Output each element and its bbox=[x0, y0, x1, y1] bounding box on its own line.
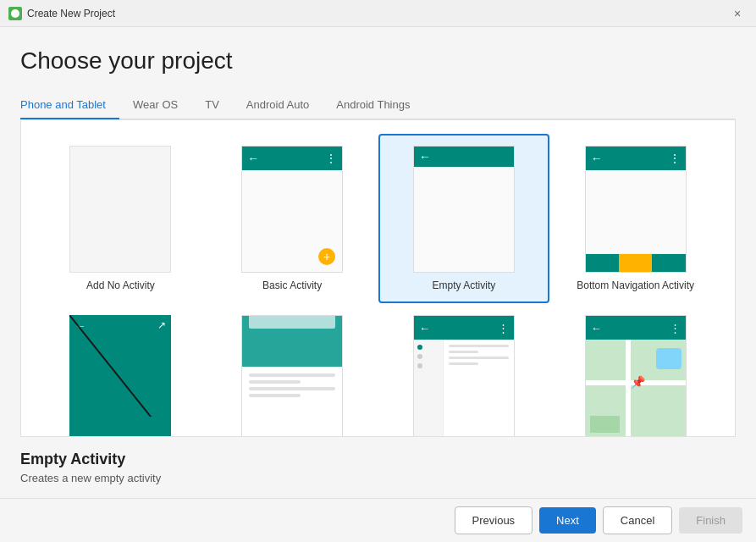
back-arrow-icon2: ← bbox=[419, 150, 431, 163]
empty-activity-thumbnail: ← bbox=[413, 146, 515, 273]
map-water bbox=[656, 348, 682, 369]
bottom-nav-label: Bottom Navigation Activity bbox=[577, 279, 694, 291]
settings-line-3 bbox=[449, 357, 509, 359]
settings-body-area bbox=[414, 340, 514, 437]
bottom-nav-bar bbox=[586, 253, 686, 272]
page-title: Choose your project bbox=[20, 47, 736, 75]
app-icon bbox=[8, 7, 22, 20]
line-1 bbox=[249, 373, 335, 377]
previous-button[interactable]: Previous bbox=[455, 506, 533, 534]
scrolling-lines-area bbox=[242, 367, 342, 407]
activity-settings[interactable]: ← ⋮ Settings Ac bbox=[378, 303, 550, 437]
next-button[interactable]: Next bbox=[539, 507, 596, 534]
sidebar-dot-1 bbox=[417, 345, 422, 350]
svg-line-1 bbox=[69, 315, 171, 417]
map-park bbox=[590, 416, 620, 433]
menu-icon2: ⋮ bbox=[669, 152, 681, 165]
selected-activity-title: Empty Activity bbox=[20, 451, 736, 468]
map-pin-icon: 📌 bbox=[631, 375, 645, 389]
fullscreen-thumbnail: ← ↗ bbox=[69, 315, 171, 437]
activity-grid: Add No Activity ← ⋮ + Basic Activity ← bbox=[20, 119, 736, 437]
sidebar-dot-2 bbox=[417, 354, 422, 359]
activity-maps[interactable]: ← ⋮ 📌 Maps Activity bbox=[549, 303, 721, 437]
empty-activity-body bbox=[414, 167, 514, 272]
tab-android-things[interactable]: Android Things bbox=[323, 91, 423, 119]
settings-menu-icon: ⋮ bbox=[498, 322, 509, 335]
settings-header-bar: ← ⋮ bbox=[414, 316, 514, 340]
activity-basic-activity[interactable]: ← ⋮ + Basic Activity bbox=[207, 134, 378, 303]
no-activity-label: Add No Activity bbox=[86, 279, 155, 291]
tab-android-auto[interactable]: Android Auto bbox=[233, 91, 323, 119]
cancel-button[interactable]: Cancel bbox=[603, 506, 672, 534]
empty-activity-label: Empty Activity bbox=[433, 279, 496, 291]
footer: Previous Next Cancel Finish bbox=[0, 498, 756, 542]
svg-point-0 bbox=[11, 9, 19, 18]
tab-wear-os[interactable]: Wear OS bbox=[119, 91, 191, 119]
close-button[interactable]: × bbox=[727, 3, 748, 24]
bottom-nav-item-3 bbox=[652, 254, 685, 272]
diagonal-svg bbox=[69, 315, 171, 417]
map-thumbnail: ← ⋮ 📌 bbox=[585, 315, 687, 437]
map-header-bar: ← ⋮ bbox=[586, 316, 686, 340]
main-content: Choose your project Phone and Tablet Wea… bbox=[0, 27, 756, 437]
settings-sidebar bbox=[414, 340, 444, 437]
back-arrow-icon: ← bbox=[247, 152, 259, 165]
bottom-nav-item-1 bbox=[586, 254, 619, 272]
activity-no-activity[interactable]: Add No Activity bbox=[35, 134, 207, 303]
sidebar-dot-3 bbox=[417, 363, 422, 368]
basic-activity-thumbnail: ← ⋮ + bbox=[241, 146, 343, 273]
title-bar-text: Create New Project bbox=[27, 8, 727, 19]
map-body-area: 📌 bbox=[586, 340, 686, 437]
info-panel: Empty Activity Creates a new empty activ… bbox=[0, 437, 756, 498]
scrolling-thumbnail bbox=[241, 315, 343, 437]
settings-back-icon: ← bbox=[419, 322, 430, 335]
title-bar: Create New Project × bbox=[0, 0, 756, 27]
no-activity-thumbnail bbox=[69, 146, 171, 273]
settings-main-area bbox=[444, 340, 514, 437]
scrolling-card bbox=[249, 315, 335, 329]
back-arrow-icon3: ← bbox=[591, 152, 603, 165]
activity-scrolling[interactable]: Scrolling Activity bbox=[207, 303, 378, 437]
settings-line-4 bbox=[449, 362, 479, 365]
settings-thumbnail: ← ⋮ bbox=[413, 315, 515, 437]
finish-button: Finish bbox=[679, 507, 742, 534]
activity-empty-activity[interactable]: ← Empty Activity bbox=[378, 134, 550, 303]
settings-line-1 bbox=[449, 345, 509, 347]
activity-fullscreen[interactable]: ← ↗ Fullscreen Activity bbox=[35, 303, 207, 437]
line-2 bbox=[249, 380, 301, 384]
bottom-nav-thumbnail: ← ⋮ bbox=[585, 146, 687, 273]
line-4 bbox=[249, 394, 301, 397]
basic-activity-label: Basic Activity bbox=[262, 279, 322, 291]
settings-line-2 bbox=[449, 351, 479, 353]
tab-phone-tablet[interactable]: Phone and Tablet bbox=[20, 91, 119, 119]
map-menu-icon: ⋮ bbox=[670, 322, 681, 335]
line-3 bbox=[249, 387, 335, 390]
menu-icon: ⋮ bbox=[325, 152, 337, 165]
bottom-nav-item-2 bbox=[619, 254, 652, 272]
tabs-container: Phone and Tablet Wear OS TV Android Auto… bbox=[20, 91, 736, 119]
map-back-icon: ← bbox=[591, 322, 602, 335]
tab-tv[interactable]: TV bbox=[191, 91, 233, 119]
activity-bottom-nav[interactable]: ← ⋮ Bottom Navigation Activity bbox=[549, 134, 721, 303]
selected-activity-description: Creates a new empty activity bbox=[20, 472, 736, 484]
scrolling-header-area bbox=[242, 316, 342, 367]
fab-icon: + bbox=[318, 248, 335, 265]
